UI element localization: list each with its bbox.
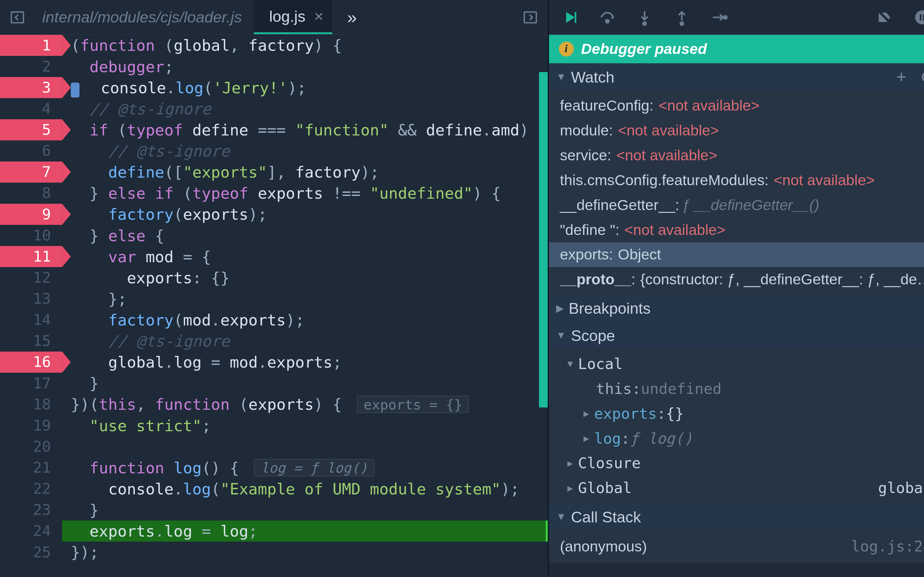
tabs-bar: internal/modules/cjs/loader.js log.js × … — [0, 0, 547, 35]
line-number[interactable]: 18 — [0, 394, 62, 415]
deactivate-breakpoints-icon[interactable] — [868, 0, 902, 34]
scope-variable[interactable]: this: undefined — [549, 376, 924, 401]
scope-closure-header[interactable]: ▶ Closure — [549, 451, 924, 476]
watch-item[interactable]: featureConfig: <not available> — [549, 93, 924, 118]
code-line[interactable]: } — [62, 373, 547, 394]
tab-active-label: log.js — [269, 7, 305, 25]
line-number[interactable]: 20 — [0, 436, 62, 457]
watch-header[interactable]: ▼ Watch + ⟳ — [549, 63, 924, 90]
inline-value-hint: exports = {} — [357, 396, 469, 413]
code-line[interactable]: global.log = mod.exports; — [62, 352, 547, 373]
tab-active[interactable]: log.js × — [254, 0, 332, 34]
scrollbar-indicator[interactable] — [539, 72, 547, 408]
step-out-icon[interactable] — [664, 0, 699, 34]
code-line[interactable]: } — [62, 499, 547, 521]
line-number[interactable]: 9 — [0, 204, 62, 225]
line-number[interactable]: 14 — [0, 309, 62, 330]
line-number[interactable]: 4 — [0, 98, 62, 119]
svg-point-6 — [915, 10, 924, 24]
line-number[interactable]: 8 — [0, 183, 62, 204]
pause-exceptions-icon[interactable] — [905, 0, 924, 34]
code-line[interactable]: if (typeof define === "function" && defi… — [62, 119, 547, 140]
code-line[interactable]: factory(mod.exports); — [62, 309, 547, 330]
callstack-body: (anonymous)log.js:24 — [549, 530, 924, 562]
add-watch-icon[interactable]: + — [897, 67, 906, 87]
scope-header[interactable]: ▼ Scope — [549, 322, 924, 349]
refresh-watch-icon[interactable]: ⟳ — [921, 67, 924, 87]
svg-rect-0 — [11, 12, 24, 23]
code-line[interactable]: })(this, function (exports) {exports = {… — [62, 394, 547, 415]
line-number[interactable]: 5 — [0, 119, 62, 140]
code-line[interactable]: } else if (typeof exports !== "undefined… — [62, 183, 547, 204]
line-number[interactable]: 25 — [0, 542, 62, 563]
code-line[interactable]: // @ts-ignore — [62, 98, 547, 119]
watch-item[interactable]: exports: Object — [549, 242, 924, 267]
step-over-icon[interactable] — [590, 0, 625, 34]
editor-body[interactable]: 1234567891011121314151617181920212223242… — [0, 35, 547, 577]
line-number[interactable]: 23 — [0, 499, 62, 521]
line-number[interactable]: 21 — [0, 457, 62, 478]
line-number[interactable]: 19 — [0, 415, 62, 436]
gutter[interactable]: 1234567891011121314151617181920212223242… — [0, 35, 62, 577]
svg-point-4 — [680, 22, 683, 25]
tabs-overflow-icon[interactable]: » — [332, 0, 372, 34]
breakpoints-title: Breakpoints — [568, 299, 650, 317]
breakpoints-header[interactable]: ▶ Breakpoints — [549, 294, 924, 322]
watch-item[interactable]: __defineGetter__: ƒ __defineGetter__() — [549, 192, 924, 217]
line-number[interactable]: 2 — [0, 56, 62, 77]
line-number[interactable]: 13 — [0, 288, 62, 309]
line-number[interactable]: 12 — [0, 267, 62, 288]
line-number[interactable]: 16 — [0, 352, 62, 373]
scope-local-header[interactable]: ▼ Local — [549, 352, 924, 377]
watch-item[interactable]: this.cmsConfig.featureModules: <not avai… — [549, 168, 924, 192]
code-line[interactable]: (function (global, factory) { — [62, 35, 547, 56]
watch-item[interactable]: __proto__: {constructor: ƒ, __defineGett… — [549, 267, 924, 292]
code-line[interactable]: exports.log = log; — [62, 521, 547, 542]
line-number[interactable]: 7 — [0, 161, 62, 182]
code-line[interactable]: }); — [62, 542, 547, 563]
code-line[interactable]: function log() {log = ƒ log() — [62, 457, 547, 478]
line-number[interactable]: 24 — [0, 521, 62, 542]
code-line[interactable]: console.log("Example of UMD module syste… — [62, 478, 547, 499]
step-icon[interactable] — [702, 0, 736, 34]
line-number[interactable]: 10 — [0, 225, 62, 246]
scope-variable[interactable]: ▶exports: {} — [549, 401, 924, 426]
tab-inactive[interactable]: internal/modules/cjs/loader.js — [30, 0, 254, 34]
close-icon[interactable]: × — [314, 8, 323, 24]
watch-item[interactable]: module: <not available> — [549, 118, 924, 143]
line-number[interactable]: 11 — [0, 246, 62, 267]
nav-next-icon[interactable] — [518, 0, 542, 34]
line-number[interactable]: 3 — [0, 77, 62, 98]
line-number[interactable]: 22 — [0, 478, 62, 499]
scope-variable[interactable]: ▶log: ƒ log() — [549, 426, 924, 451]
watch-item[interactable]: "define ": <not available> — [549, 217, 924, 242]
code-line[interactable]: } else { — [62, 225, 547, 246]
code-line[interactable]: // @ts-ignore — [62, 330, 547, 351]
watch-body: featureConfig: <not available>module: <n… — [549, 90, 924, 294]
scope-global-header[interactable]: ▶ Global global — [549, 476, 924, 501]
line-number[interactable]: 1 — [0, 35, 62, 56]
resume-icon[interactable] — [552, 0, 587, 34]
chevron-down-icon: ▼ — [556, 71, 566, 82]
code-line[interactable]: "use strict"; — [62, 415, 547, 436]
callstack-header[interactable]: ▼ Call Stack — [549, 503, 924, 530]
line-number[interactable]: 17 — [0, 373, 62, 394]
code-line[interactable]: var mod = { — [62, 246, 547, 267]
line-number[interactable]: 6 — [0, 140, 62, 161]
code-line[interactable]: define(["exports"], factory); — [62, 161, 547, 182]
code-line[interactable]: console.log('Jerry!'); — [62, 77, 547, 98]
code-line[interactable]: factory(exports); — [62, 204, 547, 225]
code-line[interactable]: }; — [62, 288, 547, 309]
nav-prev-icon[interactable] — [5, 0, 30, 34]
code-line[interactable]: // @ts-ignore — [62, 140, 547, 161]
chevron-right-icon: ▶ — [568, 483, 573, 494]
line-number[interactable]: 15 — [0, 330, 62, 351]
code-line[interactable]: debugger; — [62, 56, 547, 77]
callstack-frame[interactable]: (anonymous)log.js:24 — [549, 533, 924, 560]
watch-item[interactable]: service: <not available> — [549, 143, 924, 168]
code-line[interactable] — [62, 436, 547, 457]
step-into-icon[interactable] — [627, 0, 662, 34]
code-line[interactable]: exports: {} — [62, 267, 547, 288]
breakpoint-marker[interactable] — [71, 82, 79, 97]
code-area[interactable]: (function (global, factory) { debugger; … — [62, 35, 547, 577]
